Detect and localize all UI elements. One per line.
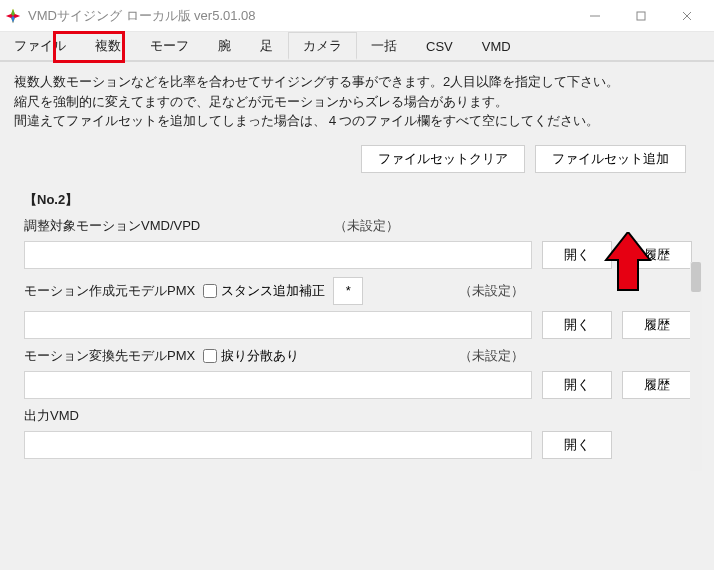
target-motion-history-button[interactable]: 履歴 (622, 241, 692, 269)
output-vmd-label: 出力VMD (24, 407, 79, 425)
tab-multi[interactable]: 複数 (81, 32, 136, 60)
tab-morph[interactable]: モーフ (136, 32, 204, 60)
tab-camera[interactable]: カメラ (288, 32, 357, 60)
maximize-icon[interactable] (618, 1, 664, 31)
source-model-status: （未設定） (459, 282, 524, 300)
fileset-action-bar: ファイルセットクリア ファイルセット追加 (0, 139, 714, 181)
fileset-add-button[interactable]: ファイルセット追加 (535, 145, 686, 173)
dest-model-status: （未設定） (459, 347, 524, 365)
close-icon[interactable] (664, 1, 710, 31)
scrollbar-thumb[interactable] (691, 262, 701, 292)
vertical-scrollbar[interactable] (690, 262, 702, 471)
target-motion-status: （未設定） (334, 217, 399, 235)
source-model-label: モーション作成元モデルPMX (24, 282, 195, 300)
target-motion-label: 調整対象モーションVMD/VPD (24, 217, 200, 235)
minimize-icon[interactable] (572, 1, 618, 31)
fileset-clear-button[interactable]: ファイルセットクリア (361, 145, 525, 173)
app-icon (4, 7, 22, 25)
svg-rect-5 (637, 12, 645, 20)
fileset-heading: 【No.2】 (24, 191, 692, 209)
target-motion-input[interactable] (24, 241, 532, 269)
tab-file[interactable]: ファイル (0, 32, 81, 60)
output-vmd-input[interactable] (24, 431, 532, 459)
source-model-open-button[interactable]: 開く (542, 311, 612, 339)
tab-bar: ファイル 複数 モーフ 腕 足 カメラ 一括 CSV VMD (0, 32, 714, 62)
titlebar: VMDサイジング ローカル版 ver5.01.08 (0, 0, 714, 32)
stance-correction-checkbox[interactable]: スタンス追加補正 (203, 282, 325, 300)
window-title: VMDサイジング ローカル版 ver5.01.08 (28, 7, 572, 25)
dest-model-open-button[interactable]: 開く (542, 371, 612, 399)
tab-batch[interactable]: 一括 (357, 32, 412, 60)
dest-model-input[interactable] (24, 371, 532, 399)
source-model-history-button[interactable]: 履歴 (622, 311, 692, 339)
window-controls (572, 1, 710, 31)
dest-model-label: モーション変換先モデルPMX (24, 347, 195, 365)
tab-csv[interactable]: CSV (412, 32, 468, 60)
source-model-input[interactable] (24, 311, 532, 339)
twist-distribute-checkbox[interactable]: 捩り分散あり (203, 347, 299, 365)
output-vmd-open-button[interactable]: 開く (542, 431, 612, 459)
fileset-panel: 【No.2】 調整対象モーションVMD/VPD （未設定） 開く 履歴 モーショ… (14, 181, 702, 479)
target-motion-open-button[interactable]: 開く (542, 241, 612, 269)
description-text: 複数人数モーションなどを比率を合わせてサイジングする事ができます。2人目以降を指… (0, 62, 714, 139)
tab-vmd[interactable]: VMD (468, 32, 526, 60)
tab-arm[interactable]: 腕 (204, 32, 246, 60)
stance-star-button[interactable]: * (333, 277, 363, 305)
dest-model-history-button[interactable]: 履歴 (622, 371, 692, 399)
tab-leg[interactable]: 足 (246, 32, 288, 60)
